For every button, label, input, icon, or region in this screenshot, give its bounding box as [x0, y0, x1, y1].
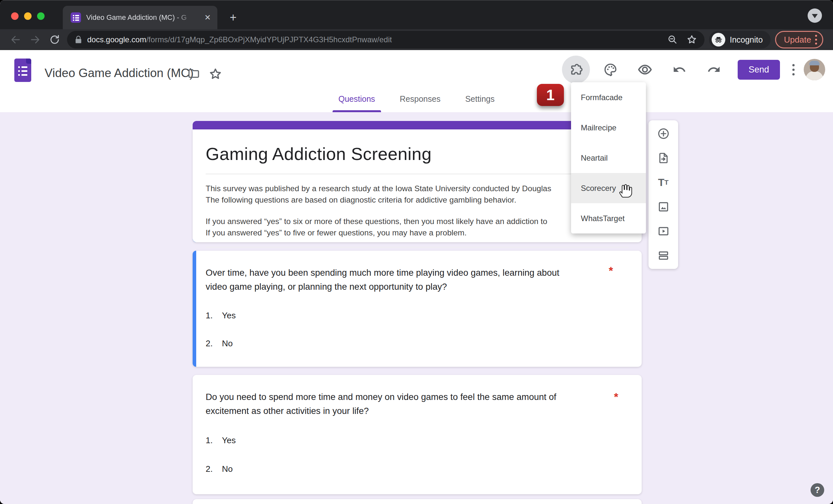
update-button[interactable]: Update [775, 31, 823, 48]
form-canvas: Gaming Addiction Screening This survey w… [0, 112, 833, 504]
tab-title: Video Game Addiction (MC) - G [86, 13, 194, 22]
option-number: 1. [206, 435, 215, 446]
update-label: Update [784, 35, 811, 45]
add-image-button[interactable] [657, 201, 670, 213]
palette-icon [603, 62, 618, 77]
option-row[interactable]: 1. Yes [193, 435, 642, 446]
plus-circle-icon [657, 127, 670, 140]
option-number: 1. [206, 310, 215, 321]
video-icon [657, 225, 670, 237]
form-description-line[interactable]: This survey was published by a research … [206, 183, 629, 205]
question-text[interactable]: Over time, have you been spending much m… [193, 251, 642, 294]
back-button[interactable] [6, 30, 25, 49]
menu-item-whatstarget[interactable]: WhatsTarget [571, 203, 646, 233]
star-form-icon[interactable] [208, 67, 222, 81]
tab-responses[interactable]: Responses [397, 94, 444, 112]
url-domain: docs.google.com [87, 35, 146, 44]
image-icon [657, 201, 670, 213]
option-label: No [222, 464, 233, 474]
chevron-down-icon [812, 14, 818, 18]
menu-item-scorecery[interactable]: Scorecery [571, 173, 646, 203]
add-question-button[interactable] [657, 127, 670, 140]
theme-button[interactable] [596, 56, 624, 83]
question-card-2[interactable]: Do you need to spend more time and money… [193, 375, 642, 494]
account-avatar[interactable] [804, 59, 825, 80]
forms-header: Video Game Addiction (MC) Send [0, 50, 833, 112]
more-options-icon[interactable] [790, 64, 797, 75]
import-file-icon [657, 152, 670, 164]
send-button[interactable]: Send [738, 60, 780, 80]
redo-button[interactable] [700, 56, 728, 83]
add-video-button[interactable] [657, 225, 670, 237]
tab-strip: Video Game Addiction (MC) - G ✕ + [0, 0, 833, 29]
move-folder-icon[interactable] [187, 67, 200, 80]
forms-logo-icon[interactable] [14, 58, 31, 82]
browser-tab[interactable]: Video Game Addiction (MC) - G ✕ [63, 6, 217, 29]
minimize-window-button[interactable] [24, 12, 31, 20]
hand-cursor-icon [618, 183, 633, 199]
question-card-3-partial[interactable] [193, 499, 642, 504]
forms-favicon-icon [71, 12, 81, 23]
form-nav-tabs: Questions Responses Settings [335, 94, 498, 112]
tt-icon: T [658, 177, 664, 188]
redo-icon [707, 63, 721, 76]
browser-menu-icon[interactable] [815, 35, 817, 45]
form-description-line[interactable]: If you answered “yes” to six or more of … [206, 216, 629, 238]
url-path: /forms/d/17gMqp_Zp6BOxPjXMyidYPUjPJPTX4G… [146, 35, 392, 44]
form-title-text[interactable]: Gaming Addiction Screening [206, 144, 629, 164]
browser-toolbar: docs.google.com/forms/d/17gMqp_Zp6BOxPjX… [0, 29, 833, 50]
address-bar[interactable]: docs.google.com/forms/d/17gMqp_Zp6BOxPjX… [67, 31, 705, 48]
undo-icon [672, 63, 686, 76]
puzzle-piece-icon [569, 62, 583, 77]
tab-close-icon[interactable]: ✕ [204, 13, 211, 22]
tab-settings[interactable]: Settings [462, 94, 498, 112]
zoom-out-icon[interactable] [667, 34, 678, 45]
option-label: Yes [222, 435, 236, 446]
reload-button[interactable] [45, 30, 65, 49]
option-row[interactable]: 2. No [193, 464, 642, 474]
incognito-label: Incognito [730, 35, 763, 45]
divider [206, 174, 629, 174]
selected-card-indicator [193, 251, 196, 367]
tab-questions[interactable]: Questions [335, 94, 378, 112]
addons-button[interactable] [562, 56, 590, 83]
menu-item-formfacade[interactable]: Formfacade [571, 82, 646, 112]
option-row[interactable]: 2. No [193, 338, 642, 349]
undo-button[interactable] [665, 56, 693, 83]
divider [206, 247, 629, 248]
zoom-window-button[interactable] [37, 12, 45, 20]
forward-button[interactable] [25, 30, 45, 49]
question-card-1[interactable]: Over time, have you been spending much m… [193, 251, 642, 367]
lock-icon [74, 35, 82, 44]
form-name[interactable]: Video Game Addiction (MC) [45, 66, 194, 80]
import-questions-button[interactable] [657, 152, 670, 164]
url-text: docs.google.com/forms/d/17gMqp_Zp6BOxPjX… [87, 35, 392, 44]
eye-icon [637, 62, 653, 77]
add-title-button[interactable]: TT [657, 176, 670, 188]
option-number: 2. [206, 464, 215, 474]
new-tab-button[interactable]: + [230, 12, 237, 23]
menu-item-mailrecipe[interactable]: Mailrecipe [571, 112, 646, 143]
section-icon [657, 249, 670, 262]
addons-menu: Formfacade Mailrecipe Neartail Scorecery… [571, 82, 646, 233]
tab-search-button[interactable] [808, 8, 822, 23]
incognito-icon [712, 33, 725, 47]
preview-button[interactable] [631, 56, 659, 83]
question-text[interactable]: Do you need to spend more time and money… [193, 375, 642, 418]
close-window-button[interactable] [11, 12, 19, 20]
option-number: 2. [206, 338, 215, 349]
required-asterisk: * [614, 390, 618, 403]
help-button[interactable]: ? [811, 483, 824, 497]
annotation-step-badge: 1 [537, 84, 564, 106]
insert-toolbar: TT [648, 120, 678, 269]
add-section-button[interactable] [657, 249, 670, 262]
traffic-lights [11, 12, 45, 20]
option-label: Yes [222, 310, 236, 321]
option-label: No [222, 338, 233, 349]
required-asterisk: * [609, 264, 613, 277]
menu-item-neartail[interactable]: Neartail [571, 143, 646, 173]
bookmark-star-icon[interactable] [686, 34, 697, 45]
incognito-badge: Incognito [709, 31, 770, 48]
browser-window: Video Game Addiction (MC) - G ✕ + docs.g… [0, 0, 833, 504]
option-row[interactable]: 1. Yes [193, 310, 642, 321]
